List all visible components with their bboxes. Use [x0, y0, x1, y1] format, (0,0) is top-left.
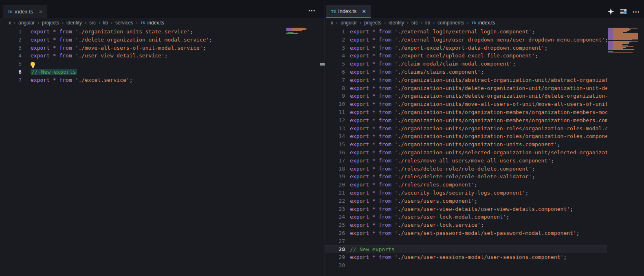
- minimap-row: [286, 33, 298, 34]
- code-line: 23export * from './users/user-view-detai…: [325, 205, 607, 213]
- line-number: 5: [325, 60, 345, 68]
- code-line: 6//·New·exports: [0, 68, 286, 76]
- breadcrumb-item[interactable]: projects: [364, 20, 381, 26]
- code-line: 24export * from './users/user-lock-modal…: [325, 213, 607, 221]
- code-line: 16export * from './organization-units/se…: [325, 149, 607, 157]
- more-actions-icon[interactable]: •••: [308, 8, 316, 13]
- line-number: 21: [325, 189, 345, 197]
- copilot-sparkle-icon[interactable]: [607, 8, 614, 15]
- line-number: 26: [325, 229, 345, 237]
- code-line: 22export * from './users/users.component…: [325, 197, 607, 205]
- code-line: 21export * from './security-logs/securit…: [325, 189, 607, 197]
- chevron-icon: ›: [62, 20, 64, 26]
- vscode-window: TS index.ts × ••• x›angular›projects›ide…: [0, 0, 644, 276]
- breadcrumb-item[interactable]: lib: [103, 20, 108, 26]
- code-line: 2export * from './external-login/user-dr…: [325, 36, 607, 44]
- minimap-row: [286, 32, 294, 33]
- code-line: 1export * from './organization-units-sta…: [0, 28, 286, 36]
- code-line: 27: [325, 237, 607, 245]
- breadcrumb-item[interactable]: identity: [389, 20, 404, 26]
- line-number: 20: [325, 181, 345, 189]
- line-number: 4: [325, 52, 345, 60]
- code-line: 20export * from './roles/roles.component…: [325, 181, 607, 189]
- breadcrumb-item[interactable]: projects: [42, 20, 59, 26]
- line-number: 17: [325, 157, 345, 165]
- close-tab-icon[interactable]: ×: [362, 8, 366, 14]
- minimap[interactable]: [608, 28, 639, 276]
- breadcrumb-file[interactable]: index.ts: [478, 20, 495, 26]
- code-line: 7export * from './organization-units/abs…: [325, 76, 607, 84]
- line-number: 1: [325, 28, 345, 36]
- code-line: 3export * from './move-all-users-of-unit…: [0, 44, 286, 52]
- line-number: 16: [325, 149, 345, 157]
- tab-index-ts-left[interactable]: TS index.ts ×: [3, 5, 47, 18]
- code-editor-left[interactable]: 1export * from './organization-units-sta…: [0, 28, 325, 276]
- line-number: 23: [325, 205, 345, 213]
- breadcrumb-item[interactable]: x: [9, 20, 11, 26]
- editor-group-right: TS index.ts × •: [325, 0, 644, 276]
- tab-index-ts-right[interactable]: TS index.ts ×: [326, 5, 371, 18]
- code-line: 4export * from './export-excel/upload-ex…: [325, 52, 607, 60]
- lightbulb-icon[interactable]: [31, 62, 35, 66]
- chevron-icon: ›: [336, 20, 338, 26]
- chevron-icon: ›: [37, 20, 39, 26]
- breadcrumb-item[interactable]: identity: [66, 20, 82, 26]
- minimap[interactable]: [286, 28, 317, 276]
- breadcrumb: x›angular›projects›identity›src›lib›comp…: [325, 18, 644, 28]
- chevron-icon: ›: [360, 20, 361, 26]
- breadcrumb-item[interactable]: src: [89, 20, 96, 26]
- line-number: 4: [0, 52, 22, 60]
- code-line: 28// New exports: [325, 245, 607, 254]
- code-line: 12export * from './organization-units/or…: [325, 116, 607, 125]
- code-line: 30: [325, 261, 607, 269]
- line-number: 3: [0, 44, 22, 52]
- code-line: 26export * from './users/set-password-mo…: [325, 229, 607, 237]
- breadcrumb-item[interactable]: services: [115, 20, 133, 26]
- chevron-icon: ›: [384, 20, 386, 26]
- line-number: 28: [325, 245, 345, 254]
- code-line: 5export * from './claim-modal/claim-moda…: [325, 60, 607, 68]
- breadcrumb-item[interactable]: x: [331, 20, 333, 26]
- breadcrumb-file[interactable]: index.ts: [147, 20, 164, 26]
- code-line: 8export * from './organization-units/del…: [325, 84, 607, 92]
- code-editor-right[interactable]: 1export * from './external-login/externa…: [325, 28, 644, 276]
- chevron-icon: ›: [407, 20, 409, 26]
- line-number: 22: [325, 197, 345, 205]
- breadcrumb-item[interactable]: angular: [18, 20, 35, 26]
- breadcrumb-item[interactable]: components: [437, 20, 464, 26]
- more-actions-icon[interactable]: •••: [633, 9, 640, 14]
- tab-label: index.ts: [338, 8, 357, 14]
- line-number: 15: [325, 140, 345, 149]
- line-number: 5: [0, 60, 22, 68]
- chevron-icon: ›: [136, 20, 138, 26]
- editor-group-left: TS index.ts × ••• x›angular›projects›ide…: [0, 0, 325, 276]
- line-number: 18: [325, 165, 345, 173]
- chevron-icon: ›: [111, 20, 112, 26]
- line-number: 2: [0, 36, 22, 44]
- ts-file-icon: TS: [331, 9, 336, 13]
- chevron-icon: ›: [14, 20, 15, 26]
- line-number: 9: [325, 92, 345, 100]
- breadcrumb-item[interactable]: src: [411, 20, 418, 26]
- code-line: 29export * from './users/user-sessions-m…: [325, 253, 607, 261]
- chevron-icon: ›: [421, 20, 422, 26]
- editor-layout-icon[interactable]: [620, 9, 627, 15]
- code-line: 13export * from './organization-units/or…: [325, 125, 607, 133]
- close-tab-icon[interactable]: ×: [39, 9, 42, 15]
- line-number: 25: [325, 221, 345, 229]
- breadcrumb-item[interactable]: angular: [341, 20, 357, 26]
- line-number: 30: [325, 261, 345, 269]
- tab-label: index.ts: [15, 9, 33, 15]
- tab-strip-right: TS index.ts × •: [325, 0, 644, 18]
- code-line: 19export * from './roles/delete-role/rol…: [325, 173, 607, 181]
- overview-ruler-decoration: [320, 63, 325, 66]
- line-number: 29: [325, 253, 345, 261]
- chevron-icon: ›: [99, 20, 100, 26]
- scrollbar-track[interactable]: [641, 28, 641, 276]
- code-line: 15export * from './organization-units/or…: [325, 140, 607, 149]
- code-line: 14export * from './organization-units/or…: [325, 132, 607, 140]
- ts-icon: TS: [471, 21, 476, 25]
- code-line: 11export * from './organization-units/or…: [325, 108, 607, 116]
- line-number: 19: [325, 173, 345, 181]
- breadcrumb-item[interactable]: lib: [425, 20, 430, 26]
